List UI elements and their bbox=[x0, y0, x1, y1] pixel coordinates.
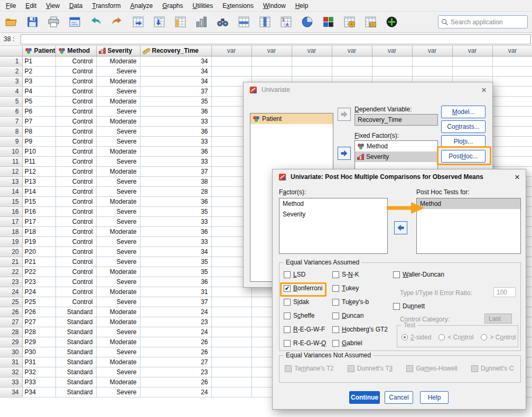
cell[interactable]: Moderate bbox=[96, 96, 140, 106]
cell[interactable]: P12 bbox=[22, 166, 55, 176]
row-number[interactable]: 1 bbox=[0, 56, 22, 66]
column-header-var[interactable]: var bbox=[412, 46, 452, 56]
row-number[interactable]: 25 bbox=[0, 297, 22, 307]
checkbox-box[interactable] bbox=[393, 303, 400, 310]
cell[interactable]: 28 bbox=[140, 186, 211, 196]
cell[interactable]: 23 bbox=[140, 317, 211, 327]
row-number[interactable]: 5 bbox=[0, 96, 22, 106]
row-number[interactable]: 31 bbox=[0, 357, 22, 367]
empty-cell[interactable] bbox=[251, 66, 292, 76]
cell[interactable]: P34 bbox=[22, 387, 55, 397]
empty-cell[interactable] bbox=[492, 66, 532, 76]
checkbox-box[interactable] bbox=[332, 340, 339, 347]
cell-editor-input[interactable] bbox=[21, 34, 531, 44]
empty-cell[interactable] bbox=[492, 56, 532, 66]
row-number[interactable]: 19 bbox=[0, 236, 22, 247]
cell[interactable]: 36 bbox=[140, 126, 211, 136]
checkbox-box[interactable] bbox=[284, 340, 291, 347]
empty-cell[interactable] bbox=[492, 156, 532, 166]
menu-graphs[interactable]: Graphs bbox=[157, 0, 188, 12]
empty-cell[interactable] bbox=[211, 367, 251, 377]
cell[interactable]: Severe bbox=[96, 236, 140, 247]
list-item-severity[interactable]: Severity bbox=[355, 151, 437, 162]
empty-cell[interactable] bbox=[211, 287, 251, 297]
factor-item-severity[interactable]: Severity bbox=[279, 209, 387, 220]
cell[interactable]: Standard bbox=[55, 357, 96, 367]
cell[interactable]: Moderate bbox=[96, 196, 140, 206]
checkbox-bonferroni[interactable]: ✔Bonferroni bbox=[284, 284, 326, 292]
cell[interactable]: P13 bbox=[22, 176, 55, 186]
empty-cell[interactable] bbox=[292, 66, 332, 76]
checkbox-box[interactable] bbox=[332, 299, 339, 306]
checkbox-box[interactable] bbox=[332, 285, 339, 292]
insert-variable-icon[interactable] bbox=[258, 15, 272, 29]
cell[interactable]: Severe bbox=[96, 86, 140, 96]
cell[interactable]: Moderate bbox=[96, 56, 140, 66]
grid-corner[interactable] bbox=[0, 46, 22, 56]
continue-button[interactable]: Continue bbox=[349, 391, 380, 404]
empty-cell[interactable] bbox=[251, 56, 292, 66]
cell[interactable]: Severe bbox=[96, 156, 140, 166]
cell[interactable]: P9 bbox=[22, 136, 55, 146]
empty-cell[interactable] bbox=[211, 357, 251, 367]
cell[interactable]: Severe bbox=[96, 186, 140, 196]
checkbox-box[interactable] bbox=[284, 312, 291, 319]
cell[interactable]: Standard bbox=[55, 377, 96, 387]
row-number[interactable]: 20 bbox=[0, 247, 22, 257]
cell[interactable]: Moderate bbox=[96, 76, 140, 86]
cell[interactable]: 36 bbox=[140, 226, 211, 236]
cell[interactable]: Severe bbox=[96, 257, 140, 267]
cell[interactable]: 36 bbox=[140, 106, 211, 116]
cell[interactable]: P18 bbox=[22, 226, 55, 236]
cell[interactable]: P25 bbox=[22, 297, 55, 307]
cell[interactable]: Control bbox=[55, 76, 96, 86]
cell[interactable]: Standard bbox=[55, 347, 96, 357]
checkbox-scheffe[interactable]: Scheffe bbox=[284, 311, 326, 320]
empty-cell[interactable] bbox=[211, 56, 251, 66]
cell[interactable]: Severe bbox=[96, 66, 140, 76]
cell[interactable]: P27 bbox=[22, 317, 55, 327]
cell[interactable]: Moderate bbox=[96, 377, 140, 387]
checkbox-lsd[interactable]: LSD bbox=[284, 270, 326, 279]
cell[interactable]: Control bbox=[55, 236, 96, 247]
color-cells-icon[interactable] bbox=[321, 15, 335, 29]
row-number[interactable]: 7 bbox=[0, 116, 22, 126]
cell[interactable]: Control bbox=[55, 247, 96, 257]
row-number[interactable]: 11 bbox=[0, 156, 22, 166]
list-item-method[interactable]: Method bbox=[355, 141, 437, 151]
cell[interactable]: P6 bbox=[22, 106, 55, 116]
search-input[interactable] bbox=[451, 18, 525, 26]
cell[interactable]: Moderate bbox=[96, 267, 140, 277]
cell[interactable]: Control bbox=[55, 96, 96, 106]
cell[interactable]: P32 bbox=[22, 367, 55, 377]
empty-cell[interactable] bbox=[211, 317, 251, 327]
cell[interactable]: Moderate bbox=[96, 337, 140, 347]
chart-builder-icon[interactable] bbox=[300, 15, 314, 29]
undo-icon[interactable] bbox=[89, 15, 103, 29]
cancel-button[interactable]: Cancel bbox=[385, 391, 413, 404]
search-box[interactable] bbox=[438, 15, 528, 29]
empty-cell[interactable] bbox=[492, 86, 532, 96]
cell[interactable]: Control bbox=[55, 206, 96, 216]
row-number[interactable]: 32 bbox=[0, 367, 22, 377]
cell[interactable]: Control bbox=[55, 267, 96, 277]
save-icon[interactable] bbox=[25, 15, 40, 29]
row-number[interactable]: 21 bbox=[0, 257, 22, 267]
empty-cell[interactable] bbox=[211, 297, 251, 307]
row-number[interactable]: 17 bbox=[0, 216, 22, 226]
empty-cell[interactable] bbox=[211, 66, 251, 76]
insert-cases-icon[interactable] bbox=[237, 15, 251, 29]
cell[interactable]: Severe bbox=[96, 327, 140, 337]
row-number[interactable]: 4 bbox=[0, 86, 22, 96]
cell[interactable]: Severe bbox=[96, 176, 140, 186]
row-number[interactable]: 26 bbox=[0, 307, 22, 317]
cell[interactable]: Severe bbox=[96, 106, 140, 116]
cell[interactable]: 33 bbox=[140, 236, 211, 247]
cell[interactable]: 37 bbox=[140, 166, 211, 176]
cell[interactable]: P21 bbox=[22, 257, 55, 267]
menu-utilities[interactable]: Utilities bbox=[188, 0, 218, 12]
variables-icon[interactable] bbox=[173, 15, 188, 29]
cell[interactable]: Severe bbox=[96, 297, 140, 307]
checkbox-tukey-s-b[interactable]: Tukey's-b bbox=[332, 298, 388, 306]
row-number[interactable]: 8 bbox=[0, 126, 22, 136]
